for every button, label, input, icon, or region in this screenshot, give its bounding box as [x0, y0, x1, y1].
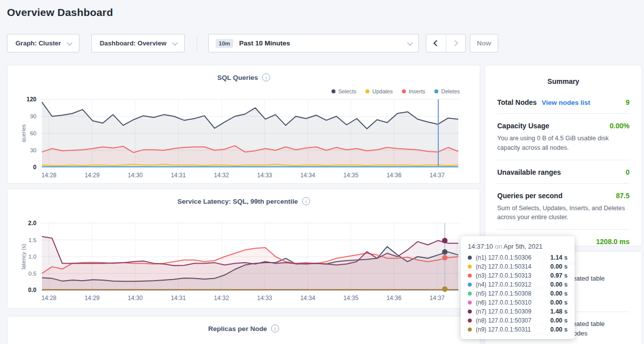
- tooltip-row: (n1) 127.0.0.1:503061.14 s: [468, 253, 568, 262]
- node-latency-value: 0.00 s: [550, 317, 568, 324]
- tooltip-row: (n8) 127.0.0.1:503070.00 s: [468, 316, 568, 325]
- node-latency-value: 0.00 s: [550, 299, 568, 306]
- svg-text:14:33: 14:33: [257, 295, 272, 302]
- summary-label: Unavailable ranges: [497, 168, 561, 176]
- chart-title: Replicas per Node: [208, 325, 267, 333]
- summary-panel: Summary Total NodesView nodes list9Capac…: [485, 65, 642, 246]
- chart-header: Replicas per Node: [7, 325, 480, 333]
- next-time-button[interactable]: [446, 34, 466, 52]
- svg-text:1.5: 1.5: [28, 237, 36, 243]
- range-label: Past 10 Minutes: [239, 39, 290, 47]
- node-address: (n8) 127.0.0.1:50307: [476, 317, 531, 324]
- summary-row: Queries per second87.5Sum of Selects, Up…: [497, 183, 630, 230]
- service-latency-chart[interactable]: 14:2814:2914:3014:3114:3214:3314:3414:35…: [7, 189, 481, 309]
- node-color-dot: [468, 256, 472, 260]
- node-color-dot: [468, 283, 472, 287]
- svg-text:0: 0: [33, 164, 36, 171]
- time-step-buttons: [426, 34, 466, 52]
- chevron-down-icon: [407, 39, 413, 45]
- node-color-dot: [468, 292, 472, 296]
- svg-text:latency (s): latency (s): [20, 244, 26, 270]
- node-latency-value: 0.00 s: [550, 263, 568, 270]
- node-address: (n7) 127.0.0.1:50309: [476, 308, 531, 315]
- summary-value: 1208.0 ms: [596, 238, 630, 246]
- tooltip-connector: on: [495, 243, 502, 250]
- summary-value: 9: [626, 98, 630, 106]
- svg-text:14:32: 14:32: [214, 172, 229, 179]
- summary-label: Capacity Usage: [497, 122, 549, 130]
- node-color-dot: [468, 265, 472, 269]
- tooltip-timestamp: 14:37:10 on Apr 5th, 2021: [468, 243, 568, 250]
- summary-row: Capacity Usage0.00%You are using 0 B of …: [497, 113, 630, 160]
- tooltip-date: Apr 5th, 2021: [504, 243, 543, 250]
- chevron-down-icon: [67, 39, 72, 45]
- node-color-dot: [468, 310, 472, 314]
- node-latency-value: 1.48 s: [550, 308, 568, 315]
- tooltip-row: (n6) 127.0.0.1:503100.00 s: [468, 298, 568, 307]
- tooltip-time: 14:37:10: [468, 243, 493, 250]
- svg-text:90: 90: [30, 113, 36, 119]
- svg-text:14:31: 14:31: [171, 172, 186, 179]
- node-color-dot: [468, 319, 472, 323]
- view-nodes-list-link[interactable]: View nodes list: [542, 99, 590, 106]
- svg-text:14:34: 14:34: [300, 295, 315, 302]
- node-latency-value: 0.97 s: [550, 272, 568, 279]
- chart-tooltip: 14:37:10 on Apr 5th, 2021 (n1) 127.0.0.1…: [461, 236, 575, 339]
- node-latency-value: 0.00 s: [550, 326, 568, 333]
- chevron-left-icon: [433, 40, 440, 46]
- svg-text:14:37: 14:37: [430, 295, 445, 302]
- node-color-dot: [468, 328, 472, 332]
- chevron-right-icon: [452, 40, 458, 46]
- dashboard-dropdown[interactable]: Dashboard: Overview: [91, 34, 185, 52]
- summary-value: 0.00%: [610, 122, 630, 130]
- svg-text:0.0: 0.0: [28, 287, 36, 294]
- sql-queries-chart[interactable]: 14:2814:2914:3014:3114:3214:3314:3414:35…: [7, 65, 481, 184]
- svg-text:14:37: 14:37: [430, 172, 445, 179]
- tooltip-row: (n9) 127.0.0.1:503110.00 s: [468, 325, 568, 334]
- summary-title: Summary: [485, 65, 642, 90]
- summary-description: You are using 0 B of 4.5 GiB usable disk…: [497, 134, 630, 153]
- dashboard-dropdown-label: Dashboard: Overview: [100, 39, 167, 47]
- now-button[interactable]: Now: [470, 34, 498, 52]
- tooltip-row: (n3) 127.0.0.1:503130.97 s: [468, 271, 568, 280]
- node-color-dot: [468, 301, 472, 305]
- prev-time-button[interactable]: [426, 34, 446, 52]
- svg-text:14:28: 14:28: [41, 172, 56, 179]
- svg-text:14:29: 14:29: [84, 295, 99, 302]
- svg-text:14:34: 14:34: [300, 172, 315, 179]
- overview-dashboard-page: Overview Dashboard Graph: Cluster Dashbo…: [0, 0, 644, 344]
- node-address: (n1) 127.0.0.1:50306: [476, 254, 531, 261]
- summary-value: 87.5: [616, 192, 630, 200]
- node-address: (n5) 127.0.0.1:50308: [476, 290, 531, 297]
- svg-text:14:35: 14:35: [343, 172, 358, 179]
- time-range-dropdown[interactable]: 10m Past 10 Minutes: [208, 34, 419, 52]
- svg-text:14:36: 14:36: [386, 295, 401, 302]
- tooltip-row: (n4) 127.0.0.1:503120.00 s: [468, 280, 568, 289]
- range-badge: 10m: [216, 39, 233, 48]
- svg-text:14:29: 14:29: [84, 172, 99, 179]
- page-title: Overview Dashboard: [7, 6, 113, 18]
- summary-value: 0: [626, 168, 630, 176]
- summary-label: Queries per second: [497, 192, 563, 200]
- svg-text:14:28: 14:28: [41, 295, 56, 302]
- svg-text:1.0: 1.0: [28, 254, 36, 260]
- graph-dropdown-label: Graph: Cluster: [15, 39, 61, 47]
- svg-text:0.5: 0.5: [28, 271, 36, 277]
- node-latency-value: 0.00 s: [550, 281, 568, 288]
- service-latency-card: Service Latency: SQL, 99th percentile 14…: [7, 189, 480, 309]
- svg-text:14:30: 14:30: [128, 295, 143, 302]
- node-address: (n4) 127.0.0.1:50312: [476, 281, 531, 288]
- summary-description: Sum of Selects, Updates, Inserts, and De…: [497, 204, 630, 223]
- replicas-per-node-card: Replicas per Node: [7, 316, 480, 344]
- svg-text:14:36: 14:36: [386, 172, 401, 179]
- svg-text:2.0: 2.0: [28, 220, 36, 227]
- node-address: (n3) 127.0.0.1:50313: [476, 272, 531, 279]
- node-address: (n9) 127.0.0.1:50311: [476, 326, 531, 333]
- graph-dropdown[interactable]: Graph: Cluster: [7, 34, 79, 52]
- sql-queries-card: SQL Queries SelectsUpdatesInsertsDeletes…: [7, 65, 480, 184]
- svg-text:14:35: 14:35: [343, 295, 358, 302]
- svg-text:120: 120: [26, 96, 36, 103]
- svg-text:60: 60: [30, 130, 36, 136]
- info-icon[interactable]: [271, 325, 279, 333]
- svg-text:14:33: 14:33: [257, 172, 272, 179]
